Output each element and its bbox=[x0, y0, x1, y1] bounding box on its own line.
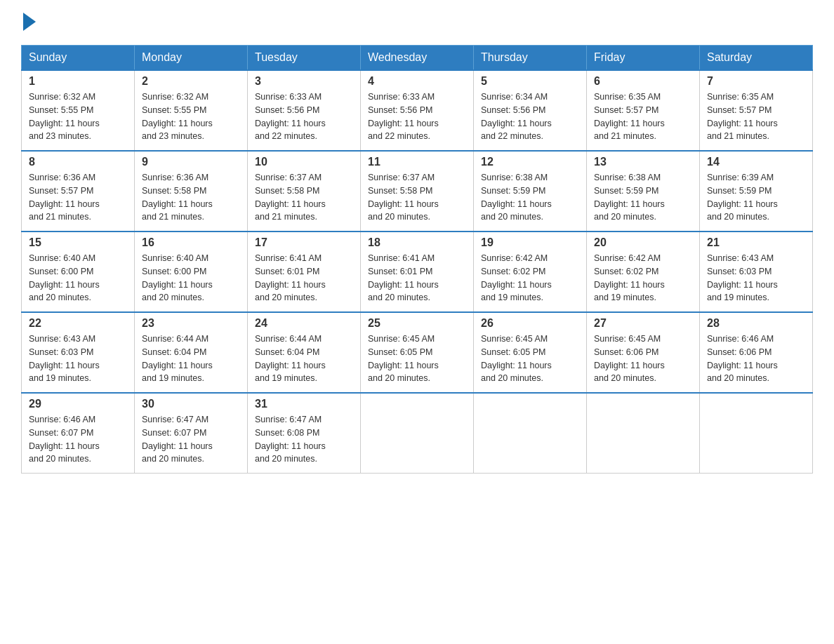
day-info: Sunrise: 6:44 AM Sunset: 6:04 PM Dayligh… bbox=[142, 333, 240, 385]
calendar-week-row: 22 Sunrise: 6:43 AM Sunset: 6:03 PM Dayl… bbox=[22, 312, 813, 393]
calendar-header-friday: Friday bbox=[587, 46, 700, 71]
day-info: Sunrise: 6:36 AM Sunset: 5:57 PM Dayligh… bbox=[29, 171, 127, 224]
day-info: Sunrise: 6:45 AM Sunset: 6:05 PM Dayligh… bbox=[481, 333, 579, 385]
day-number: 5 bbox=[481, 75, 579, 88]
day-number: 26 bbox=[481, 317, 579, 330]
day-number: 13 bbox=[594, 156, 692, 168]
calendar-cell: 6 Sunrise: 6:35 AM Sunset: 5:57 PM Dayli… bbox=[587, 70, 700, 151]
calendar-cell: 17 Sunrise: 6:41 AM Sunset: 6:01 PM Dayl… bbox=[248, 232, 361, 312]
calendar-cell: 16 Sunrise: 6:40 AM Sunset: 6:00 PM Dayl… bbox=[135, 232, 248, 312]
day-info: Sunrise: 6:46 AM Sunset: 6:06 PM Dayligh… bbox=[707, 333, 805, 385]
day-info: Sunrise: 6:45 AM Sunset: 6:05 PM Dayligh… bbox=[368, 333, 466, 385]
calendar-cell: 7 Sunrise: 6:35 AM Sunset: 5:57 PM Dayli… bbox=[700, 70, 813, 151]
calendar-week-row: 15 Sunrise: 6:40 AM Sunset: 6:00 PM Dayl… bbox=[22, 232, 813, 312]
day-info: Sunrise: 6:32 AM Sunset: 5:55 PM Dayligh… bbox=[29, 90, 127, 143]
calendar-cell: 5 Sunrise: 6:34 AM Sunset: 5:56 PM Dayli… bbox=[474, 70, 587, 151]
day-number: 16 bbox=[142, 236, 240, 249]
day-info: Sunrise: 6:47 AM Sunset: 6:07 PM Dayligh… bbox=[142, 413, 240, 466]
day-info: Sunrise: 6:34 AM Sunset: 5:56 PM Dayligh… bbox=[481, 90, 579, 143]
calendar-cell bbox=[474, 393, 587, 474]
day-info: Sunrise: 6:40 AM Sunset: 6:00 PM Dayligh… bbox=[29, 252, 127, 304]
day-number: 2 bbox=[142, 75, 240, 88]
day-number: 31 bbox=[255, 398, 353, 410]
day-info: Sunrise: 6:35 AM Sunset: 5:57 PM Dayligh… bbox=[707, 90, 805, 143]
calendar-body: 1 Sunrise: 6:32 AM Sunset: 5:55 PM Dayli… bbox=[22, 70, 813, 474]
day-info: Sunrise: 6:43 AM Sunset: 6:03 PM Dayligh… bbox=[707, 252, 805, 304]
calendar-cell: 8 Sunrise: 6:36 AM Sunset: 5:57 PM Dayli… bbox=[22, 151, 135, 232]
calendar-cell: 19 Sunrise: 6:42 AM Sunset: 6:02 PM Dayl… bbox=[474, 232, 587, 312]
calendar-cell: 13 Sunrise: 6:38 AM Sunset: 5:59 PM Dayl… bbox=[587, 151, 700, 232]
calendar-cell: 21 Sunrise: 6:43 AM Sunset: 6:03 PM Dayl… bbox=[700, 232, 813, 312]
day-number: 23 bbox=[142, 317, 240, 330]
day-number: 30 bbox=[142, 398, 240, 410]
calendar-cell: 30 Sunrise: 6:47 AM Sunset: 6:07 PM Dayl… bbox=[135, 393, 248, 474]
calendar-cell: 28 Sunrise: 6:46 AM Sunset: 6:06 PM Dayl… bbox=[700, 312, 813, 393]
day-info: Sunrise: 6:42 AM Sunset: 6:02 PM Dayligh… bbox=[481, 252, 579, 304]
day-number: 4 bbox=[368, 75, 466, 88]
day-info: Sunrise: 6:35 AM Sunset: 5:57 PM Dayligh… bbox=[594, 90, 692, 143]
calendar-week-row: 8 Sunrise: 6:36 AM Sunset: 5:57 PM Dayli… bbox=[22, 151, 813, 232]
calendar-header-tuesday: Tuesday bbox=[248, 46, 361, 71]
day-info: Sunrise: 6:41 AM Sunset: 6:01 PM Dayligh… bbox=[368, 252, 466, 304]
calendar-table: SundayMondayTuesdayWednesdayThursdayFrid… bbox=[21, 45, 813, 474]
day-number: 11 bbox=[368, 156, 466, 168]
day-info: Sunrise: 6:37 AM Sunset: 5:58 PM Dayligh… bbox=[255, 171, 353, 224]
day-number: 25 bbox=[368, 317, 466, 330]
day-number: 29 bbox=[29, 398, 127, 410]
day-info: Sunrise: 6:46 AM Sunset: 6:07 PM Dayligh… bbox=[29, 413, 127, 466]
calendar-cell: 1 Sunrise: 6:32 AM Sunset: 5:55 PM Dayli… bbox=[22, 70, 135, 151]
day-info: Sunrise: 6:40 AM Sunset: 6:00 PM Dayligh… bbox=[142, 252, 240, 304]
calendar-cell: 18 Sunrise: 6:41 AM Sunset: 6:01 PM Dayl… bbox=[361, 232, 474, 312]
logo bbox=[21, 14, 36, 31]
day-number: 3 bbox=[255, 75, 353, 88]
calendar-cell: 3 Sunrise: 6:33 AM Sunset: 5:56 PM Dayli… bbox=[248, 70, 361, 151]
calendar-cell bbox=[700, 393, 813, 474]
day-number: 1 bbox=[29, 75, 127, 88]
day-number: 8 bbox=[29, 156, 127, 168]
calendar-cell: 20 Sunrise: 6:42 AM Sunset: 6:02 PM Dayl… bbox=[587, 232, 700, 312]
day-number: 14 bbox=[707, 156, 805, 168]
day-info: Sunrise: 6:39 AM Sunset: 5:59 PM Dayligh… bbox=[707, 171, 805, 224]
day-number: 9 bbox=[142, 156, 240, 168]
calendar-cell: 11 Sunrise: 6:37 AM Sunset: 5:58 PM Dayl… bbox=[361, 151, 474, 232]
calendar-cell: 22 Sunrise: 6:43 AM Sunset: 6:03 PM Dayl… bbox=[22, 312, 135, 393]
calendar-cell: 15 Sunrise: 6:40 AM Sunset: 6:00 PM Dayl… bbox=[22, 232, 135, 312]
page-header bbox=[21, 14, 813, 31]
calendar-header-monday: Monday bbox=[135, 46, 248, 71]
day-number: 10 bbox=[255, 156, 353, 168]
calendar-cell: 23 Sunrise: 6:44 AM Sunset: 6:04 PM Dayl… bbox=[135, 312, 248, 393]
day-number: 21 bbox=[707, 236, 805, 249]
day-info: Sunrise: 6:44 AM Sunset: 6:04 PM Dayligh… bbox=[255, 333, 353, 385]
day-number: 27 bbox=[594, 317, 692, 330]
day-info: Sunrise: 6:38 AM Sunset: 5:59 PM Dayligh… bbox=[594, 171, 692, 224]
calendar-cell: 26 Sunrise: 6:45 AM Sunset: 6:05 PM Dayl… bbox=[474, 312, 587, 393]
day-number: 22 bbox=[29, 317, 127, 330]
day-info: Sunrise: 6:42 AM Sunset: 6:02 PM Dayligh… bbox=[594, 252, 692, 304]
day-info: Sunrise: 6:41 AM Sunset: 6:01 PM Dayligh… bbox=[255, 252, 353, 304]
calendar-cell: 4 Sunrise: 6:33 AM Sunset: 5:56 PM Dayli… bbox=[361, 70, 474, 151]
calendar-cell: 31 Sunrise: 6:47 AM Sunset: 6:08 PM Dayl… bbox=[248, 393, 361, 474]
calendar-cell: 24 Sunrise: 6:44 AM Sunset: 6:04 PM Dayl… bbox=[248, 312, 361, 393]
calendar-cell: 2 Sunrise: 6:32 AM Sunset: 5:55 PM Dayli… bbox=[135, 70, 248, 151]
day-number: 17 bbox=[255, 236, 353, 249]
calendar-cell: 25 Sunrise: 6:45 AM Sunset: 6:05 PM Dayl… bbox=[361, 312, 474, 393]
calendar-week-row: 29 Sunrise: 6:46 AM Sunset: 6:07 PM Dayl… bbox=[22, 393, 813, 474]
calendar-cell: 12 Sunrise: 6:38 AM Sunset: 5:59 PM Dayl… bbox=[474, 151, 587, 232]
day-number: 7 bbox=[707, 75, 805, 88]
calendar-header-thursday: Thursday bbox=[474, 46, 587, 71]
calendar-header-wednesday: Wednesday bbox=[361, 46, 474, 71]
day-info: Sunrise: 6:45 AM Sunset: 6:06 PM Dayligh… bbox=[594, 333, 692, 385]
calendar-cell: 9 Sunrise: 6:36 AM Sunset: 5:58 PM Dayli… bbox=[135, 151, 248, 232]
day-number: 28 bbox=[707, 317, 805, 330]
day-number: 18 bbox=[368, 236, 466, 249]
day-number: 12 bbox=[481, 156, 579, 168]
day-info: Sunrise: 6:36 AM Sunset: 5:58 PM Dayligh… bbox=[142, 171, 240, 224]
day-info: Sunrise: 6:38 AM Sunset: 5:59 PM Dayligh… bbox=[481, 171, 579, 224]
calendar-cell bbox=[361, 393, 474, 474]
calendar-cell: 14 Sunrise: 6:39 AM Sunset: 5:59 PM Dayl… bbox=[700, 151, 813, 232]
calendar-header-saturday: Saturday bbox=[700, 46, 813, 71]
calendar-cell bbox=[587, 393, 700, 474]
day-number: 20 bbox=[594, 236, 692, 249]
day-number: 24 bbox=[255, 317, 353, 330]
calendar-cell: 27 Sunrise: 6:45 AM Sunset: 6:06 PM Dayl… bbox=[587, 312, 700, 393]
